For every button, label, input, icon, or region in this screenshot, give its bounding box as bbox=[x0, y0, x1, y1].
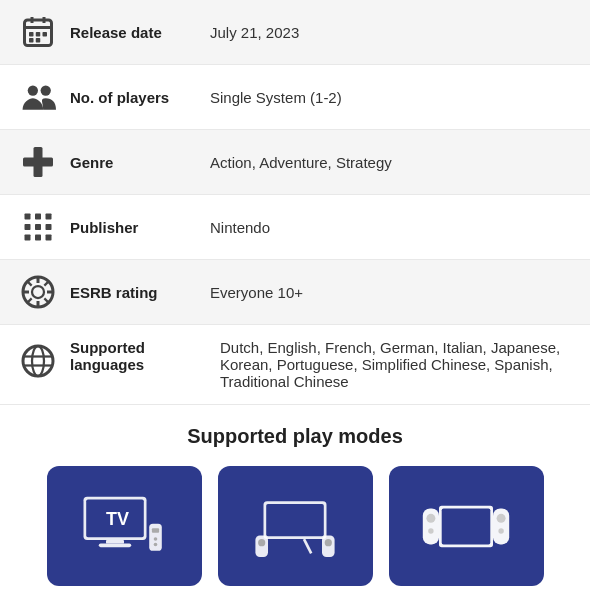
svg-rect-19 bbox=[25, 235, 31, 241]
genre-value: Action, Adventure, Strategy bbox=[210, 154, 574, 171]
release-date-row: Release date July 21, 2023 bbox=[0, 0, 590, 65]
svg-text:TV: TV bbox=[106, 509, 129, 529]
svg-rect-7 bbox=[29, 38, 34, 43]
svg-rect-16 bbox=[25, 224, 31, 230]
svg-rect-21 bbox=[46, 235, 52, 241]
info-table: Release date July 21, 2023 No. of player… bbox=[0, 0, 590, 405]
svg-point-58 bbox=[497, 514, 506, 523]
svg-rect-12 bbox=[23, 158, 53, 167]
svg-rect-15 bbox=[46, 214, 52, 220]
esrb-icon bbox=[16, 274, 60, 310]
svg-point-23 bbox=[32, 286, 44, 298]
svg-rect-4 bbox=[29, 32, 34, 37]
tv-icon-box: TV bbox=[47, 466, 202, 586]
players-label: No. of players bbox=[70, 89, 200, 106]
svg-rect-40 bbox=[99, 544, 131, 548]
svg-rect-17 bbox=[35, 224, 41, 230]
handheld-mode-card: Handheld bbox=[389, 466, 544, 590]
play-modes-cards: TV TV bbox=[16, 466, 574, 590]
svg-rect-42 bbox=[152, 528, 159, 533]
svg-rect-46 bbox=[266, 504, 324, 536]
play-modes-section: Supported play modes TV bbox=[0, 405, 590, 590]
svg-rect-18 bbox=[46, 224, 52, 230]
languages-row: Supported languages Dutch, English, Fren… bbox=[0, 325, 590, 405]
svg-line-30 bbox=[44, 281, 48, 285]
genre-icon bbox=[16, 144, 60, 180]
svg-point-59 bbox=[498, 528, 503, 533]
players-value: Single System (1-2) bbox=[210, 89, 574, 106]
svg-point-53 bbox=[426, 514, 435, 523]
publisher-icon bbox=[16, 209, 60, 245]
svg-rect-14 bbox=[35, 214, 41, 220]
svg-rect-39 bbox=[106, 540, 124, 544]
esrb-label: ESRB rating bbox=[70, 284, 200, 301]
languages-label-line2: languages bbox=[70, 356, 200, 373]
tabletop-icon-box bbox=[218, 466, 373, 586]
esrb-row: ESRB rating Everyone 10+ bbox=[0, 260, 590, 325]
svg-line-29 bbox=[44, 298, 48, 302]
players-icon bbox=[16, 79, 60, 115]
genre-row: Genre Action, Adventure, Strategy bbox=[0, 130, 590, 195]
release-date-value: July 21, 2023 bbox=[210, 24, 574, 41]
play-modes-title: Supported play modes bbox=[16, 425, 574, 448]
handheld-icon-box bbox=[389, 466, 544, 586]
svg-point-49 bbox=[258, 539, 265, 546]
tv-mode-card: TV TV bbox=[47, 466, 202, 590]
svg-rect-5 bbox=[36, 32, 41, 37]
svg-line-28 bbox=[27, 281, 31, 285]
svg-rect-56 bbox=[442, 508, 491, 544]
svg-point-32 bbox=[23, 346, 53, 376]
players-row: No. of players Single System (1-2) bbox=[0, 65, 590, 130]
svg-point-43 bbox=[154, 537, 158, 541]
svg-point-33 bbox=[32, 346, 44, 376]
genre-label: Genre bbox=[70, 154, 200, 171]
svg-rect-13 bbox=[25, 214, 31, 220]
languages-value: Dutch, English, French, German, Italian,… bbox=[220, 339, 574, 390]
svg-rect-8 bbox=[36, 38, 41, 43]
publisher-row: Publisher Nintendo bbox=[0, 195, 590, 260]
svg-point-10 bbox=[41, 85, 51, 95]
svg-line-31 bbox=[27, 298, 31, 302]
publisher-value: Nintendo bbox=[210, 219, 574, 236]
calendar-icon bbox=[16, 14, 60, 50]
esrb-value: Everyone 10+ bbox=[210, 284, 574, 301]
publisher-label: Publisher bbox=[70, 219, 200, 236]
svg-rect-6 bbox=[43, 32, 48, 37]
svg-point-51 bbox=[325, 539, 332, 546]
tabletop-mode-card: Tabletop bbox=[218, 466, 373, 590]
languages-label-line1: Supported bbox=[70, 339, 200, 356]
globe-icon bbox=[16, 343, 60, 379]
svg-point-54 bbox=[428, 528, 433, 533]
svg-line-47 bbox=[304, 539, 311, 553]
svg-point-44 bbox=[154, 543, 158, 547]
svg-rect-20 bbox=[35, 235, 41, 241]
release-date-label: Release date bbox=[70, 24, 200, 41]
svg-point-9 bbox=[28, 85, 38, 95]
